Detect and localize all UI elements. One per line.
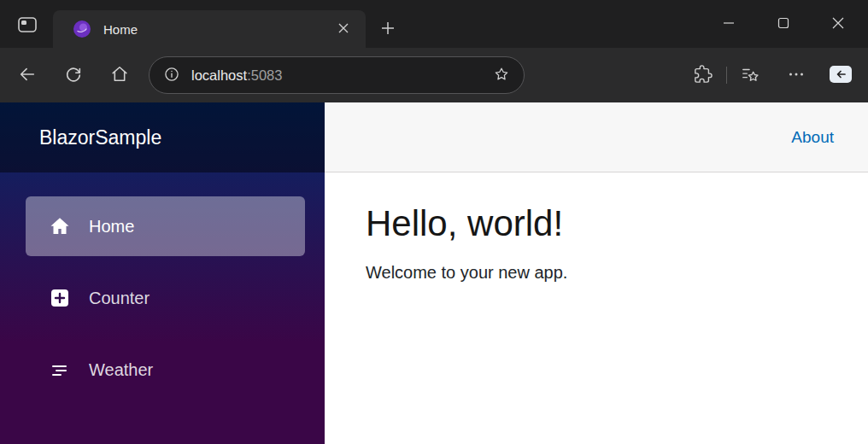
browser-window: Home bbox=[0, 0, 868, 444]
extensions-button[interactable] bbox=[686, 58, 720, 92]
sidebar-item-weather[interactable]: Weather bbox=[26, 340, 305, 400]
refresh-button[interactable] bbox=[56, 58, 91, 92]
toolbar-divider bbox=[726, 67, 727, 84]
copilot-sidebar-icon bbox=[828, 63, 853, 88]
new-tab-icon bbox=[381, 21, 395, 38]
browser-tab[interactable]: Home bbox=[53, 10, 366, 48]
tab-actions-icon bbox=[16, 15, 38, 38]
close-button[interactable] bbox=[811, 0, 865, 48]
tab-title: Home bbox=[103, 22, 331, 37]
page-viewport: BlazorSample Home bbox=[0, 102, 868, 444]
sidebar-toggle-button[interactable] bbox=[824, 58, 858, 92]
sidebar-item-counter[interactable]: Counter bbox=[26, 268, 305, 328]
page-info-icon bbox=[163, 66, 180, 85]
favorites-bar-button[interactable] bbox=[733, 58, 767, 92]
list-icon bbox=[49, 359, 71, 381]
url-text[interactable]: localhost:5083 bbox=[191, 67, 488, 84]
toolbar-right-group bbox=[686, 58, 858, 92]
window-controls bbox=[701, 0, 865, 48]
main-area: About Hello, world! Welcome to your new … bbox=[325, 102, 868, 444]
back-icon bbox=[18, 65, 37, 86]
settings-more-button[interactable] bbox=[779, 58, 813, 92]
sidebar: BlazorSample Home bbox=[0, 102, 325, 444]
page-info-button[interactable] bbox=[158, 61, 185, 89]
blazor-favicon-icon bbox=[73, 20, 91, 38]
main-content: Hello, world! Welcome to your new app. bbox=[325, 172, 868, 313]
maximize-icon bbox=[777, 17, 789, 32]
new-tab-button[interactable] bbox=[372, 14, 403, 44]
tab-close-button[interactable] bbox=[331, 17, 355, 41]
tab-actions-button[interactable] bbox=[11, 9, 44, 42]
maximize-button[interactable] bbox=[756, 0, 811, 48]
url-port: :5083 bbox=[247, 67, 282, 83]
minimize-button[interactable] bbox=[701, 0, 756, 48]
browser-toolbar: localhost:5083 bbox=[0, 48, 868, 102]
main-top-row: About bbox=[325, 102, 868, 172]
sidebar-item-label: Home bbox=[89, 217, 134, 237]
close-icon bbox=[832, 17, 844, 32]
extensions-icon bbox=[694, 65, 713, 86]
minimize-icon bbox=[723, 17, 735, 32]
nav-menu: Home Counter bbox=[0, 172, 325, 400]
welcome-text: Welcome to your new app. bbox=[366, 263, 827, 283]
brand-row: BlazorSample bbox=[0, 102, 325, 172]
refresh-icon bbox=[64, 65, 83, 86]
app-brand[interactable]: BlazorSample bbox=[39, 126, 161, 149]
favorite-button[interactable] bbox=[488, 61, 515, 89]
home-button[interactable] bbox=[103, 58, 137, 92]
address-bar[interactable]: localhost:5083 bbox=[149, 56, 525, 94]
browser-titlebar: Home bbox=[0, 0, 868, 48]
page-title: Hello, world! bbox=[366, 203, 827, 244]
home-icon bbox=[110, 65, 129, 86]
more-options-icon bbox=[788, 66, 805, 85]
tab-close-icon bbox=[338, 23, 349, 36]
plus-square-icon bbox=[49, 287, 71, 309]
about-link[interactable]: About bbox=[791, 128, 834, 147]
favorite-star-icon bbox=[493, 66, 510, 85]
favorites-bar-icon bbox=[741, 65, 760, 86]
house-icon bbox=[49, 215, 71, 237]
sidebar-item-label: Weather bbox=[89, 360, 153, 380]
back-button[interactable] bbox=[10, 58, 44, 92]
sidebar-item-label: Counter bbox=[89, 289, 150, 308]
sidebar-item-home[interactable]: Home bbox=[26, 196, 305, 256]
url-host: localhost bbox=[191, 67, 247, 83]
